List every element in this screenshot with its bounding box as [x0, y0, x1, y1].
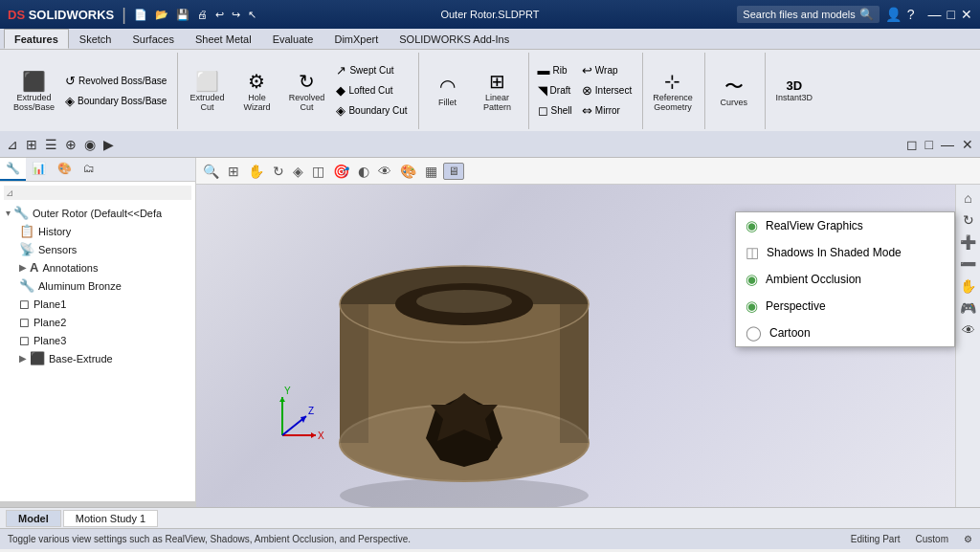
tab-sketch[interactable]: Sketch	[69, 29, 122, 49]
fillet-button[interactable]: ◠ Fillet	[425, 73, 471, 109]
select-icon[interactable]: ↖	[248, 9, 256, 21]
sidebar-tab-properties[interactable]: 📊	[26, 158, 52, 181]
tab-motion-study[interactable]: Motion Study 1	[63, 510, 158, 527]
intersect-button[interactable]: ⊗Intersect	[579, 81, 635, 99]
new-icon[interactable]: 📄	[134, 9, 147, 21]
group-reference-geometry: ⊹ ReferenceGeometry	[645, 53, 705, 129]
realview-icon: ◉	[746, 217, 758, 234]
section-view-icon[interactable]: ◫	[309, 163, 327, 180]
rt-3d-icon[interactable]: 🎮	[958, 298, 978, 318]
dropdown-perspective[interactable]: ◉ Perspective	[736, 293, 954, 320]
search-box[interactable]: Search files and models	[743, 9, 855, 20]
tree-item-plane3[interactable]: ◻ Plane3	[4, 331, 191, 349]
tree-item-annotations[interactable]: ▶ A Annotations	[4, 258, 191, 276]
target-icon[interactable]: ⊕	[62, 135, 79, 154]
tree-item-history[interactable]: 📋 History	[4, 222, 191, 240]
tree-root-item[interactable]: ▾ 🔧 Outer Rotor (Default<<Defa	[4, 204, 191, 222]
sidebar-tab-appearance[interactable]: 🎨	[52, 158, 78, 181]
second-strip-icon3[interactable]: —	[938, 135, 957, 154]
tab-model[interactable]: Model	[6, 510, 61, 527]
tree-item-plane1[interactable]: ◻ Plane1	[4, 295, 191, 313]
second-strip-icon2[interactable]: □	[923, 135, 936, 154]
status-bar-icon[interactable]: ⚙	[964, 534, 972, 544]
undo-icon[interactable]: ↩	[215, 9, 224, 21]
history-icon: 📋	[19, 224, 34, 238]
rt-zoom-in-icon[interactable]: ➕	[958, 232, 978, 252]
dropdown-shadows[interactable]: ◫ Shadows In Shaded Mode	[736, 239, 954, 266]
tree-item-base-extrude[interactable]: ▶ ⬛ Base-Extrude	[4, 349, 191, 367]
rotate-icon[interactable]: ↻	[270, 163, 287, 180]
close-button[interactable]: ✕	[961, 7, 972, 22]
tab-surfaces[interactable]: Surfaces	[122, 29, 185, 49]
tab-sheet-metal[interactable]: Sheet Metal	[185, 29, 262, 49]
instant3d-icon: 3D	[786, 78, 802, 94]
boundary-boss-base-button[interactable]: ◈ Boundary Boss/Base	[62, 92, 169, 110]
sphere-icon[interactable]: ◉	[81, 135, 99, 154]
view-selector-icon[interactable]: 🖥	[443, 163, 464, 180]
zoom-area-icon[interactable]: ⊞	[225, 163, 242, 180]
maximize-button[interactable]: □	[947, 7, 955, 22]
revolved-cut-button[interactable]: ↻ RevolvedCut	[283, 68, 329, 114]
dropdown-realview[interactable]: ◉ RealView Graphics	[736, 212, 954, 239]
tab-features[interactable]: Features	[4, 29, 69, 49]
flat-tree-icon[interactable]: ☰	[42, 135, 60, 154]
base-extrude-icon: ⬛	[30, 351, 45, 365]
redo-icon[interactable]: ↪	[232, 9, 240, 21]
revolved-boss-base-button[interactable]: ↺ Revolved Boss/Base	[62, 72, 169, 90]
tree-item-plane2[interactable]: ◻ Plane2	[4, 313, 191, 331]
draft-button[interactable]: ◥Draft	[535, 81, 575, 99]
sidebar-tab-scenes[interactable]: 🗂	[78, 158, 100, 181]
minimize-button[interactable]: —	[928, 7, 942, 22]
hide-show-icon[interactable]: 👁	[375, 163, 394, 180]
tab-dimxpert[interactable]: DimXpert	[323, 29, 389, 49]
open-icon[interactable]: 📂	[155, 9, 168, 21]
boundary-cut-button[interactable]: ◈ Boundary Cut	[333, 101, 410, 120]
rt-pan-icon[interactable]: ✋	[958, 276, 978, 296]
extruded-boss-base-button[interactable]: ⬛ ExtrudedBoss/Base	[10, 68, 58, 114]
shell-button[interactable]: ◻Shell	[535, 101, 575, 120]
viewport-3d-area[interactable]: X Y Z ◉ RealView Graphics ◫ Shadows In S…	[196, 185, 980, 507]
swept-cut-button[interactable]: ↗ Swept Cut	[333, 61, 410, 79]
tree-item-material[interactable]: 🔧 Aluminum Bronze	[4, 276, 191, 295]
scene-icon[interactable]: ▦	[422, 163, 440, 180]
rt-zoom-out-icon[interactable]: ➖	[958, 254, 978, 274]
lofted-cut-button[interactable]: ◆ Lofted Cut	[333, 81, 410, 99]
dropdown-cartoon[interactable]: ◯ Cartoon	[736, 320, 954, 346]
second-strip-icon1[interactable]: ◻	[903, 135, 921, 154]
user-icon[interactable]: 👤	[885, 7, 902, 22]
tab-addins[interactable]: SOLIDWORKS Add-Ins	[389, 29, 520, 49]
linear-pattern-button[interactable]: ⊞ LinearPattern	[475, 68, 521, 114]
curves-button[interactable]: 〜 Curves	[711, 73, 757, 109]
hole-wizard-icon: ⚙	[248, 70, 265, 93]
pan-icon[interactable]: ✋	[245, 163, 267, 180]
display-style-icon[interactable]: ◐	[355, 163, 372, 180]
sidebar-tab-features[interactable]: 🔧	[0, 158, 26, 181]
wrap-button[interactable]: ↩Wrap	[579, 61, 635, 79]
sidebar-resize-handle[interactable]	[0, 501, 195, 507]
help-icon[interactable]: ?	[907, 7, 915, 22]
extruded-cut-button[interactable]: ⬜ ExtrudedCut	[184, 68, 230, 114]
tree-item-sensors[interactable]: 📡 Sensors	[4, 240, 191, 258]
view-orient-icon[interactable]: ◈	[290, 163, 306, 180]
rib-button[interactable]: ▬Rib	[535, 61, 575, 79]
second-strip-icon4[interactable]: ✕	[959, 135, 976, 154]
print-icon[interactable]: 🖨	[197, 9, 208, 20]
view-dropdown-menu: ◉ RealView Graphics ◫ Shadows In Shaded …	[735, 211, 955, 347]
sidebar-filter-icon[interactable]: ⊿	[6, 188, 13, 198]
rt-eye-icon[interactable]: 👁	[960, 320, 977, 340]
hole-wizard-button[interactable]: ⚙ HoleWizard	[234, 68, 279, 114]
dropdown-ambient-occlusion[interactable]: ◉ Ambient Occlusion	[736, 266, 954, 293]
tab-evaluate[interactable]: Evaluate	[262, 29, 324, 49]
reference-geometry-button[interactable]: ⊹ ReferenceGeometry	[649, 68, 697, 114]
instant3d-button[interactable]: 3D Instant3D	[771, 77, 817, 105]
view-settings-icon[interactable]: 🎯	[330, 163, 352, 180]
filter-icon[interactable]: ⊿	[4, 135, 21, 154]
zoom-icon[interactable]: 🔍	[200, 163, 222, 180]
rt-rotate-icon[interactable]: ↻	[961, 210, 976, 230]
appearance-icon[interactable]: 🎨	[397, 163, 419, 180]
mirror-button[interactable]: ⇔Mirror	[579, 101, 635, 120]
save-icon[interactable]: 💾	[176, 9, 189, 21]
expand-arrow-icon[interactable]: ▶	[100, 135, 117, 154]
tree-view-icon[interactable]: ⊞	[23, 135, 40, 154]
rt-home-icon[interactable]: ⌂	[962, 188, 973, 208]
